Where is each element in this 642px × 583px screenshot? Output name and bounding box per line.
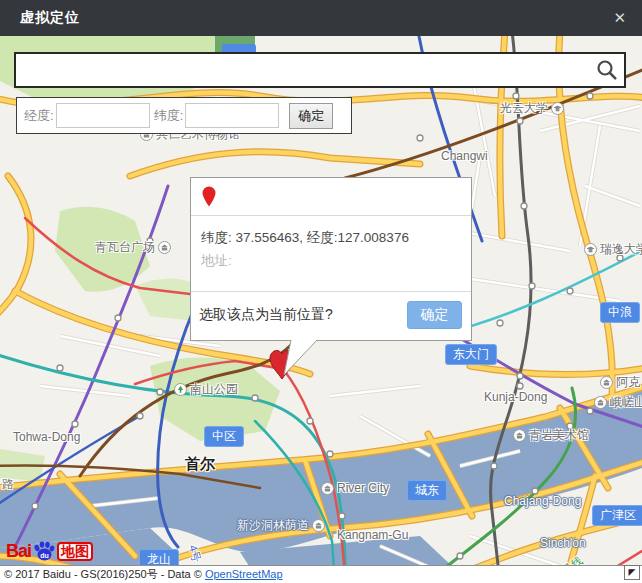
- svg-text:du: du: [40, 552, 49, 559]
- popup-footer: 选取该点为当前位置? 确定: [191, 292, 471, 329]
- baidu-logo-text: Bai: [6, 541, 31, 562]
- popup-tail: [272, 339, 324, 379]
- search-icon[interactable]: [590, 59, 624, 81]
- longitude-label: 经度:: [24, 107, 54, 125]
- close-icon[interactable]: ✕: [613, 8, 626, 28]
- attribution-bar: © 2017 Baidu - GS(2016)250号 - Data © Ope…: [0, 565, 642, 583]
- longitude-field[interactable]: [56, 103, 150, 128]
- search-input[interactable]: [16, 54, 590, 86]
- pin-icon: [201, 185, 217, 208]
- baidu-map-text: 地图: [57, 542, 93, 561]
- popup-confirm-button[interactable]: 确定: [407, 301, 462, 329]
- map-corner-control-icon[interactable]: ◤: [624, 565, 640, 580]
- popup-coordinates: 纬度: 37.556463, 经度:127.008376: [201, 229, 461, 247]
- location-popup: 纬度: 37.556463, 经度:127.008376 地址: 选取该点为当前…: [190, 177, 472, 341]
- latitude-field[interactable]: [185, 103, 279, 128]
- virtual-location-dialog: 虚拟定位 ✕: [0, 0, 642, 583]
- coordinate-panel: 经度: 纬度: 确定: [16, 97, 352, 134]
- latitude-label: 纬度:: [154, 107, 184, 125]
- search-bar: [14, 52, 626, 88]
- attribution-text: © 2017 Baidu - GS(2016)250号 - Data ©: [4, 568, 205, 580]
- baidu-paw-icon: du: [33, 540, 55, 562]
- dialog-title: 虚拟定位: [20, 9, 80, 27]
- popup-question: 选取该点为当前位置?: [199, 306, 407, 324]
- title-bar: 虚拟定位 ✕: [0, 0, 642, 36]
- popup-address-label: 地址:: [201, 252, 461, 270]
- baidu-logo[interactable]: Bai du 地图: [6, 540, 93, 562]
- popup-header: [191, 178, 471, 216]
- popup-body: 纬度: 37.556463, 经度:127.008376 地址:: [191, 216, 471, 292]
- coordinate-confirm-button[interactable]: 确定: [289, 103, 333, 129]
- openstreetmap-link[interactable]: OpenStreetMap: [205, 568, 283, 580]
